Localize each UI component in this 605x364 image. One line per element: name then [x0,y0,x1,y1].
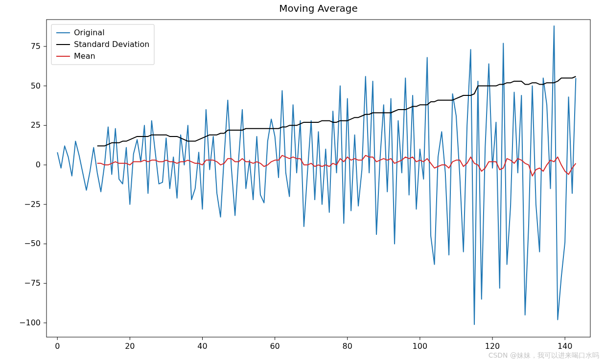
svg-text:80: 80 [343,341,352,351]
svg-text:−25: −25 [24,200,41,209]
legend-entry-mean: Mean [74,51,95,61]
svg-text:140: 140 [558,341,573,351]
svg-text:−50: −50 [24,239,41,248]
legend-entry-standard-deviation: Standard Deviation [74,40,149,49]
svg-text:120: 120 [485,341,500,351]
svg-text:40: 40 [197,341,207,351]
svg-text:75: 75 [31,42,41,51]
series-original [57,26,576,324]
line-chart: Moving Average020406080100120140−100−75−… [0,0,605,364]
svg-text:25: 25 [31,120,41,130]
chart-container: Moving Average020406080100120140−100−75−… [0,0,605,364]
svg-text:50: 50 [31,81,41,91]
svg-text:−100: −100 [19,318,41,327]
chart-title: Moving Average [279,2,358,14]
svg-text:−75: −75 [24,278,41,288]
legend-entry-original: Original [74,28,105,37]
svg-text:20: 20 [125,341,135,351]
svg-text:0: 0 [36,160,41,169]
svg-text:60: 60 [270,341,279,351]
svg-text:100: 100 [413,341,428,351]
svg-text:0: 0 [55,341,60,351]
